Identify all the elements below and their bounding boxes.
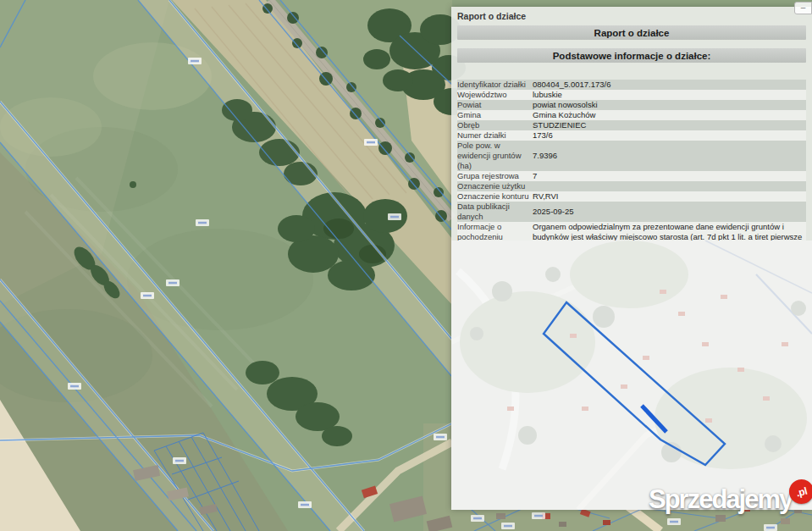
report-panel: Raport o działce Raport o działce Podsta…	[451, 7, 812, 510]
table-row: Numer działki 173/6	[457, 130, 806, 141]
minimize-button[interactable]: –	[794, 2, 812, 14]
table-row: Powiat powiat nowosolski	[457, 100, 806, 110]
table-row: Data publikacji danych 2025-09-25	[457, 202, 806, 222]
section-header-bar: Podstawowe informacje o działce:	[457, 48, 806, 63]
watermark: Sprzedajemy .pl Akcep	[649, 485, 812, 514]
table-row: Gmina Gmina Kożuchów	[457, 110, 806, 120]
report-header-text: Raport o działce	[594, 28, 670, 38]
table-row: Oznaczenie użytku	[457, 181, 806, 191]
geoportal-screen: Raport o działce Raport o działce Podsta…	[0, 0, 812, 531]
table-row: Obręb STUDZIENIEC	[457, 120, 806, 130]
section-header-text: Podstawowe informacje o działce:	[553, 51, 711, 61]
parcel-locator-map	[451, 241, 812, 510]
table-row: Oznaczenie konturu RV,RVI	[457, 191, 806, 202]
table-row: Pole pow. w ewidencji gruntów (ha) 7.939…	[457, 141, 806, 171]
parcel-info-table: Identyfikator działki 080404_5.0017.173/…	[457, 80, 806, 252]
table-row: Grupa rejestrowa 7	[457, 171, 806, 181]
table-row: Identyfikator działki 080404_5.0017.173/…	[457, 80, 806, 90]
watermark-brand: Sprzedajemy	[649, 485, 792, 514]
panel-title: Raport o działce	[451, 7, 812, 25]
report-header-bar: Raport o działce	[457, 25, 806, 40]
table-row: Województwo lubuskie	[457, 90, 806, 100]
parcel-id-value: 080404_5.0017.173/6	[531, 80, 806, 90]
